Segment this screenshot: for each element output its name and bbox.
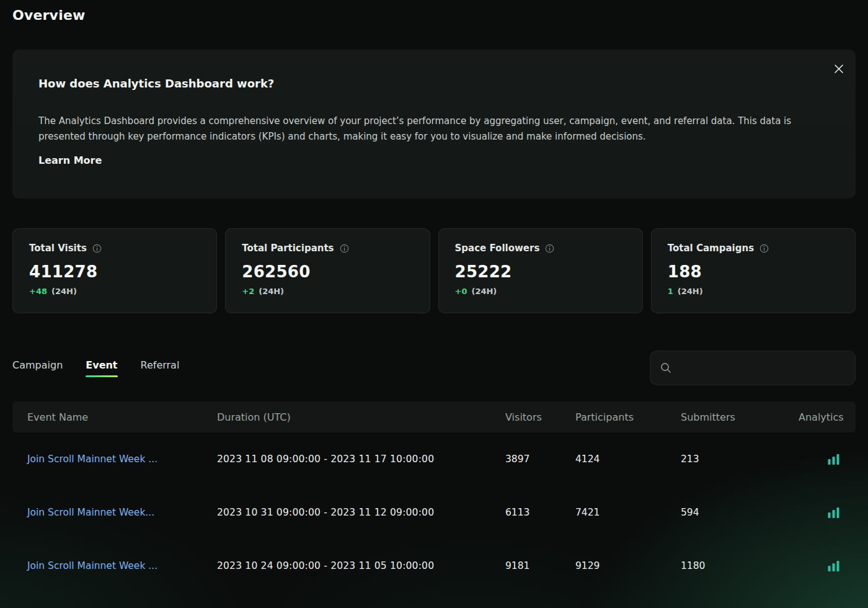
analytics-chart-icon[interactable] (826, 453, 841, 466)
event-participants: 9129 (575, 560, 681, 571)
table-row: Join Scroll Mainnet Week... 2023 10 31 0… (12, 486, 856, 539)
event-submitters: 594 (681, 507, 799, 518)
kpi-card-total-participants: Total Participants 262560 +2 (24H) (225, 228, 430, 313)
table-row: Join Scroll Mainnet Week ... 2023 11 08 … (12, 432, 856, 486)
kpi-delta: +48 (29, 287, 47, 296)
analytics-chart-icon[interactable] (826, 560, 841, 573)
kpi-delta: +0 (455, 287, 467, 296)
controls-row: Campaign Event Referral (12, 351, 856, 385)
column-header-duration: Duration (UTC) (217, 411, 505, 423)
kpi-period: (24H) (51, 287, 77, 296)
column-header-submitters: Submitters (681, 411, 799, 423)
kpi-period: (24H) (259, 287, 284, 296)
kpi-delta: 1 (668, 287, 673, 296)
info-icon[interactable] (545, 244, 554, 253)
column-header-participants: Participants (575, 411, 681, 423)
search-input[interactable] (678, 362, 845, 373)
events-table: Event Name Duration (UTC) Visitors Parti… (12, 401, 856, 592)
event-visitors: 9181 (505, 560, 575, 571)
info-icon[interactable] (92, 244, 102, 253)
event-submitters: 1180 (681, 560, 799, 571)
kpi-value: 411278 (29, 262, 200, 281)
event-name-link[interactable]: Join Scroll Mainnet Week ... (27, 454, 217, 465)
kpi-period: (24H) (678, 287, 703, 296)
kpi-value: 188 (668, 262, 839, 281)
banner-description: The Analytics Dashboard provides a compr… (38, 114, 828, 145)
banner-title: How does Analytics Dashboard work? (38, 77, 828, 90)
learn-more-link[interactable]: Learn More (38, 154, 102, 166)
kpi-period: (24H) (471, 287, 497, 296)
kpi-delta: +2 (242, 287, 254, 296)
info-icon[interactable] (760, 244, 769, 253)
event-participants: 7421 (575, 507, 681, 518)
event-duration: 2023 10 31 09:00:00 - 2023 11 12 09:00:0… (217, 507, 505, 518)
event-visitors: 3897 (505, 454, 575, 465)
search-box[interactable] (650, 351, 856, 385)
kpi-card-space-followers: Space Followers 25222 +0 (24H) (438, 228, 643, 313)
kpi-row: Total Visits 411278 +48 (24H) Total Part… (12, 228, 856, 313)
tab-event[interactable]: Event (86, 359, 117, 377)
tab-referral[interactable]: Referral (141, 359, 180, 377)
kpi-value: 262560 (242, 262, 413, 281)
table-row: Join Scroll Mainnet Week ... 2023 10 24 … (12, 539, 856, 592)
page-title: Overview (12, 7, 856, 23)
event-duration: 2023 11 08 09:00:00 - 2023 11 17 10:00:0… (217, 454, 505, 465)
analytics-chart-icon[interactable] (826, 506, 841, 519)
event-submitters: 213 (681, 454, 799, 465)
kpi-label: Total Visits (29, 243, 87, 254)
event-name-link[interactable]: Join Scroll Mainnet Week ... (27, 560, 217, 571)
info-banner: How does Analytics Dashboard work? The A… (12, 50, 856, 199)
kpi-label: Total Participants (242, 243, 334, 254)
kpi-card-total-campaigns: Total Campaigns 188 1 (24H) (651, 228, 856, 313)
search-icon (660, 362, 671, 373)
column-header-event-name: Event Name (27, 411, 217, 423)
tab-campaign[interactable]: Campaign (12, 359, 63, 377)
kpi-card-total-visits: Total Visits 411278 +48 (24H) (12, 228, 217, 313)
event-participants: 4124 (575, 454, 681, 465)
event-visitors: 6113 (505, 507, 575, 518)
table-header-row: Event Name Duration (UTC) Visitors Parti… (12, 401, 856, 432)
info-icon[interactable] (340, 244, 349, 253)
kpi-label: Total Campaigns (668, 243, 754, 254)
column-header-analytics: Analytics (799, 411, 844, 423)
kpi-value: 25222 (455, 262, 626, 281)
event-duration: 2023 10 24 09:00:00 - 2023 11 05 10:00:0… (217, 560, 505, 571)
tabs: Campaign Event Referral (12, 359, 179, 377)
column-header-visitors: Visitors (505, 411, 575, 423)
event-name-link[interactable]: Join Scroll Mainnet Week... (27, 507, 217, 518)
kpi-label: Space Followers (455, 243, 540, 254)
close-icon[interactable] (832, 62, 846, 76)
